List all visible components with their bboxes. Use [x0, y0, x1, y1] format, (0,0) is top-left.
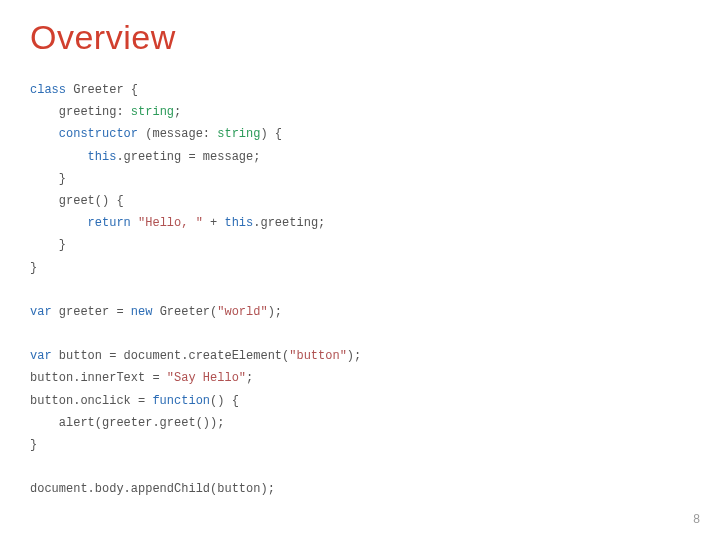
code-text: );: [268, 305, 282, 319]
code-block: class Greeter { greeting: string; constr…: [30, 79, 690, 501]
code-keyword: new: [131, 305, 153, 319]
code-string: "Hello, ": [138, 216, 203, 230]
code-keyword: var: [30, 305, 52, 319]
code-keyword: var: [30, 349, 52, 363]
code-keyword: this: [88, 150, 117, 164]
code-text: .greeting = message;: [116, 150, 260, 164]
code-text: alert(greeter.greet());: [30, 416, 224, 430]
code-text: greeting:: [30, 105, 131, 119]
code-text: [30, 150, 88, 164]
code-keyword: function: [152, 394, 210, 408]
code-text: (message:: [138, 127, 217, 141]
code-keyword: return: [88, 216, 131, 230]
code-text: Greeter {: [66, 83, 138, 97]
code-string: "button": [289, 349, 347, 363]
code-text: );: [347, 349, 361, 363]
code-text: }: [30, 238, 66, 252]
code-string: "Say Hello": [167, 371, 246, 385]
code-text: }: [30, 438, 37, 452]
code-string: "world": [217, 305, 267, 319]
code-keyword: constructor: [59, 127, 138, 141]
code-text: ;: [174, 105, 181, 119]
code-text: document.body.appendChild(button);: [30, 482, 275, 496]
code-text: button = document.createElement(: [52, 349, 290, 363]
code-text: [131, 216, 138, 230]
code-text: .greeting;: [253, 216, 325, 230]
code-text: button.innerText =: [30, 371, 167, 385]
page-number: 8: [693, 512, 700, 526]
page-title: Overview: [30, 18, 690, 57]
code-text: }: [30, 172, 66, 186]
code-text: greeter =: [52, 305, 131, 319]
code-text: +: [203, 216, 225, 230]
code-text: () {: [210, 394, 239, 408]
slide: Overview class Greeter { greeting: strin…: [0, 0, 720, 540]
code-text: ;: [246, 371, 253, 385]
code-text: Greeter(: [152, 305, 217, 319]
code-text: }: [30, 261, 37, 275]
code-text: ) {: [260, 127, 282, 141]
code-keyword: class: [30, 83, 66, 97]
code-text: [30, 127, 59, 141]
code-text: [30, 216, 88, 230]
code-type: string: [217, 127, 260, 141]
code-text: button.onclick =: [30, 394, 152, 408]
code-text: greet() {: [30, 194, 124, 208]
code-type: string: [131, 105, 174, 119]
code-keyword: this: [224, 216, 253, 230]
